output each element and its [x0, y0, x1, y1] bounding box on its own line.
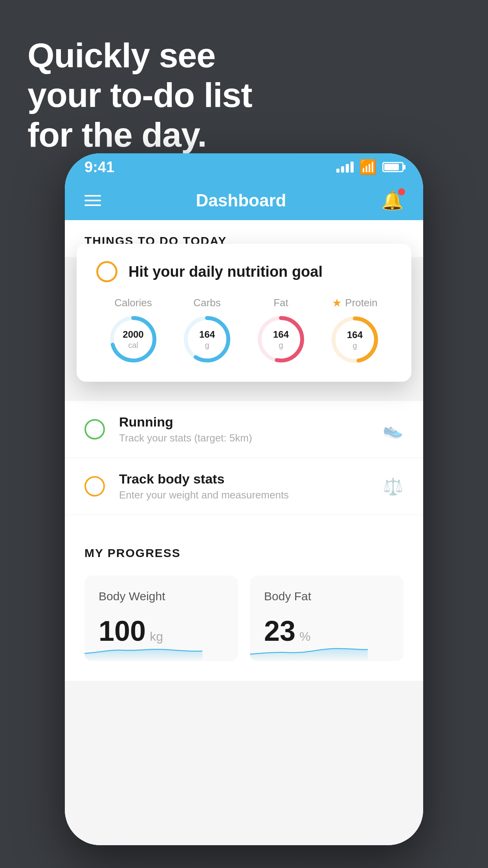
progress-card-weight[interactable]: Body Weight 100 kg [84, 576, 238, 661]
status-icons: 📶 [336, 159, 404, 175]
content-area: THINGS TO DO TODAY Hit your daily nutrit… [65, 220, 423, 845]
battery-icon [382, 162, 404, 172]
todo-item-body-stats[interactable]: Track body stats Enter your weight and m… [65, 458, 423, 515]
headline-line2: your to-do list [28, 75, 252, 115]
todo-body-stats-title: Track body stats [119, 471, 368, 487]
progress-cards: Body Weight 100 kg [84, 576, 404, 661]
nutrition-card-header: Hit your daily nutrition goal [96, 261, 392, 282]
status-bar: 9:41 📶 [65, 153, 423, 181]
headline-line1: Quickly see [28, 35, 252, 75]
macro-carbs: Carbs 164 g [182, 297, 232, 364]
todo-body-stats-subtitle: Enter your weight and measurements [119, 489, 368, 501]
macro-fat-value: 164 g [273, 329, 289, 350]
headline-line3: for the day. [28, 115, 252, 154]
macro-calories: Calories 2000 cal [108, 297, 158, 364]
signal-icon [336, 162, 354, 173]
todo-circle-running [84, 419, 105, 440]
nutrition-check-circle [96, 261, 117, 282]
macro-protein-ring: 164 g [330, 315, 380, 364]
macro-carbs-label: Carbs [193, 297, 220, 309]
header-title: Dashboard [196, 191, 286, 210]
wifi-icon: 📶 [359, 159, 377, 175]
star-icon: ★ [332, 296, 342, 309]
macro-fat-label: Fat [273, 297, 288, 309]
macro-carbs-ring: 164 g [182, 314, 232, 364]
macro-fat: Fat 164 g [256, 297, 306, 364]
menu-icon[interactable] [84, 195, 101, 206]
progress-card-fat[interactable]: Body Fat 23 % [250, 576, 404, 661]
nutrition-macros: Calories 2000 cal [96, 296, 392, 364]
macro-carbs-value: 164 g [199, 329, 215, 350]
shoe-icon: 👟 [382, 419, 404, 440]
nutrition-card-title: Hit your daily nutrition goal [128, 263, 323, 280]
todo-running-subtitle: Track your stats (target: 5km) [119, 432, 368, 444]
macro-protein-label: ★ Protein [332, 296, 377, 309]
progress-section: MY PROGRESS Body Weight 100 kg [65, 527, 423, 681]
macro-protein: ★ Protein 164 g [330, 296, 380, 364]
macro-protein-value: 164 g [347, 329, 363, 350]
scale-icon: ⚖️ [382, 476, 404, 497]
headline: Quickly see your to-do list for the day. [28, 35, 252, 155]
macro-fat-ring: 164 g [256, 314, 306, 364]
todo-running-title: Running [119, 414, 368, 430]
app-header: Dashboard 🔔 [65, 181, 423, 220]
body-fat-label: Body Fat [264, 590, 389, 603]
bell-icon[interactable]: 🔔 [381, 190, 404, 211]
status-time: 9:41 [84, 159, 114, 176]
macro-calories-value: 2000 cal [123, 329, 143, 350]
nutrition-card[interactable]: Hit your daily nutrition goal Calories [77, 244, 411, 382]
macro-calories-label: Calories [114, 297, 152, 309]
todo-circle-body-stats [84, 476, 105, 497]
phone-mockup: 9:41 📶 Dashboard 🔔 [65, 153, 423, 845]
progress-section-title: MY PROGRESS [84, 546, 404, 560]
body-weight-label: Body Weight [99, 590, 224, 603]
todo-item-running[interactable]: Running Track your stats (target: 5km) 👟 [65, 401, 423, 458]
macro-calories-ring: 2000 cal [108, 314, 158, 364]
